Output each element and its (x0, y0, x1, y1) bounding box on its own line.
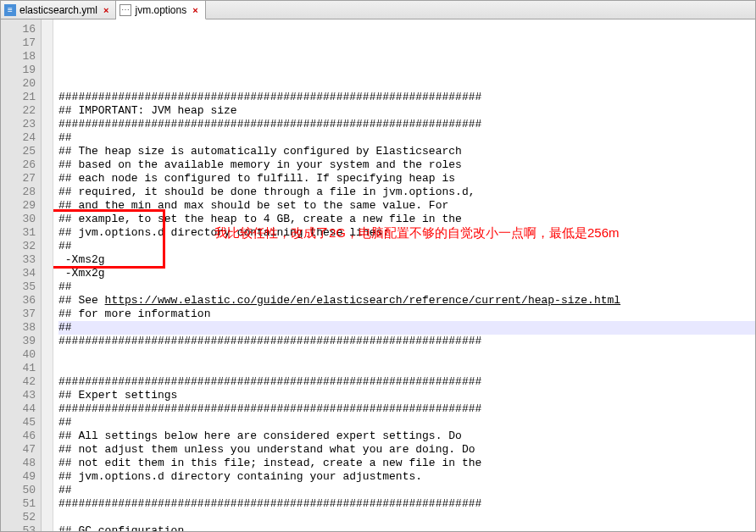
code-content[interactable]: ########################################… (53, 19, 755, 531)
annotation-text: 我比较任性，改成了2G，电脑配置不够的自觉改小一点啊，最低是256m (214, 226, 620, 240)
code-line: ## for more information (58, 308, 755, 321)
code-line: ########################################… (58, 118, 755, 131)
editor-area: 1617181920212223242526272829303132333435… (1, 19, 755, 531)
code-line: ## not edit them in this file; instead, … (58, 457, 755, 470)
code-line: ## All settings below here are considere… (58, 429, 755, 443)
code-line: ## example, to set the heap to 4 GB, cre… (58, 213, 755, 226)
code-line: ## See https://www.elastic.co/guide/en/e… (58, 294, 755, 308)
tab-label: elasticsearch.yml (19, 4, 97, 16)
fold-column (42, 19, 53, 531)
code-line (58, 348, 755, 362)
close-icon[interactable]: × (192, 5, 197, 15)
code-line: ## required, it should be done through a… (58, 186, 755, 199)
code-line: ## (58, 321, 755, 335)
tab-jvm-options[interactable]: ⋯ jvm.options × (116, 1, 205, 19)
code-line: ## jvm.options.d directory containing yo… (58, 470, 755, 484)
code-line: ## (58, 280, 755, 294)
file-icon: ≡ (4, 4, 16, 16)
code-line: ## based on the available memory in your… (58, 158, 755, 172)
code-line: ## IMPORTANT: JVM heap size (58, 104, 755, 118)
code-line: -Xms2g (58, 253, 755, 267)
code-line: ## (58, 131, 755, 145)
code-line: ########################################… (58, 91, 755, 104)
code-line: ## (58, 416, 755, 429)
file-icon: ⋯ (120, 4, 131, 16)
code-line: ## The heap size is automatically config… (58, 145, 755, 158)
tab-bar: ≡ elasticsearch.yml × ⋯ jvm.options × (1, 1, 755, 19)
code-line: ## and the min and max should be set to … (58, 199, 755, 213)
code-line (58, 362, 755, 375)
code-line: -Xmx2g (58, 267, 755, 280)
code-line: ########################################… (58, 497, 755, 511)
code-line: ## (58, 484, 755, 497)
code-line: ## (58, 240, 755, 253)
code-line: ########################################… (58, 335, 755, 348)
code-line (58, 511, 755, 524)
tab-label: jvm.options (135, 4, 186, 16)
code-line: ## Expert settings (58, 389, 755, 402)
close-icon[interactable]: × (103, 5, 108, 15)
code-line (58, 77, 755, 91)
tab-elasticsearch-yml[interactable]: ≡ elasticsearch.yml × (1, 1, 116, 19)
code-line (58, 50, 755, 64)
line-number-gutter: 1617181920212223242526272829303132333435… (1, 19, 42, 531)
code-line: ########################################… (58, 402, 755, 416)
code-line: ## each node is configured to fulfill. I… (58, 172, 755, 186)
code-line: ## GC configuration (58, 524, 755, 531)
code-line (58, 64, 755, 77)
code-line: ## not adjust them unless you understand… (58, 443, 755, 457)
code-line: ########################################… (58, 375, 755, 389)
